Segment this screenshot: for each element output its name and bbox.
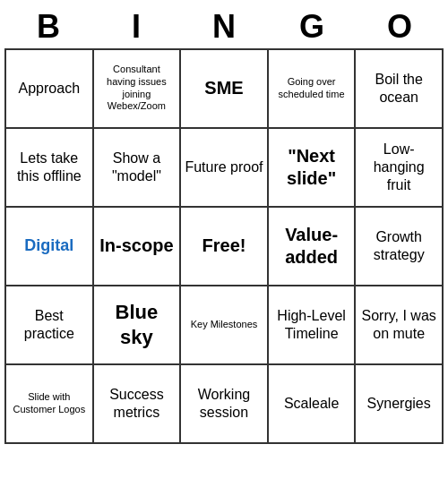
cell-1-1[interactable]: Approach [6, 50, 94, 129]
cell-3-3-free[interactable]: Free! [181, 208, 269, 286]
cell-3-2[interactable]: In-scope [94, 208, 182, 286]
cell-4-5[interactable]: Sorry, I was on mute [356, 286, 444, 365]
cell-1-2[interactable]: Consultant having issues joining Webex/Z… [94, 50, 182, 129]
cell-2-5[interactable]: Low-hanging fruit [356, 129, 444, 208]
header-n: N [180, 5, 268, 48]
cell-2-3[interactable]: Future proof [181, 129, 269, 208]
bingo-header: B I N G O [4, 5, 444, 48]
header-i: I [92, 5, 180, 48]
cell-2-2[interactable]: Show a "model" [94, 129, 182, 208]
cell-3-5[interactable]: Growth strategy [356, 208, 444, 286]
cell-5-4[interactable]: Scaleale [269, 365, 357, 444]
cell-4-3[interactable]: Key Milestones [181, 286, 269, 365]
bingo-card: B I N G O Approach Consultant having iss… [4, 5, 444, 444]
cell-1-4[interactable]: Going over scheduled time [269, 50, 357, 129]
cell-5-3[interactable]: Working session [181, 365, 269, 444]
cell-3-4[interactable]: Value-added [269, 208, 357, 286]
cell-5-2[interactable]: Success metrics [94, 365, 182, 444]
cell-2-4[interactable]: "Next slide" [269, 129, 357, 208]
cell-4-4[interactable]: High-Level Timeline [269, 286, 357, 365]
cell-1-5[interactable]: Boil the ocean [356, 50, 444, 129]
cell-4-1[interactable]: Best practice [6, 286, 94, 365]
cell-2-1[interactable]: Lets take this offline [6, 129, 94, 208]
header-o: O [356, 5, 444, 48]
cell-4-2[interactable]: Blue sky [94, 286, 182, 365]
cell-5-5[interactable]: Synergies [356, 365, 444, 444]
bingo-grid: Approach Consultant having issues joinin… [4, 48, 444, 444]
header-b: B [4, 5, 92, 48]
cell-1-3[interactable]: SME [181, 50, 269, 129]
cell-3-1[interactable]: Digital [6, 208, 94, 286]
cell-5-1[interactable]: Slide with Customer Logos [6, 365, 94, 444]
header-g: G [268, 5, 356, 48]
